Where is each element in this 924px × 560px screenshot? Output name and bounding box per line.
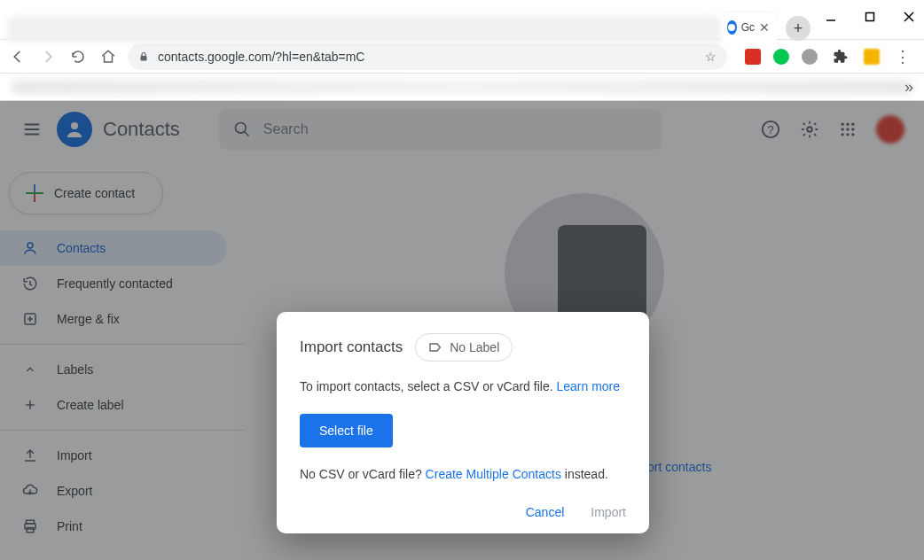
svg-rect-4: [141, 56, 147, 61]
active-tab[interactable]: Gc ✕: [720, 12, 777, 43]
home-button[interactable]: [98, 46, 119, 67]
cancel-button[interactable]: Cancel: [526, 505, 565, 519]
chip-text: No Label: [450, 340, 499, 354]
url-text: contacts.google.com/?hl=en&tab=mC: [158, 50, 364, 64]
alt-pre-text: No CSV or vCard file?: [300, 467, 426, 481]
extension-icon[interactable]: [773, 49, 789, 65]
dialog-body-text: To import contacts, select a CSV or vCar…: [300, 379, 556, 393]
forward-button[interactable]: [37, 46, 59, 67]
contacts-favicon-icon: [727, 20, 737, 35]
profile-icon[interactable]: [864, 49, 880, 65]
extension-icon[interactable]: [802, 49, 818, 65]
learn-more-link[interactable]: Learn more: [556, 379, 620, 393]
bookmark-star-icon[interactable]: ☆: [705, 50, 716, 64]
bookmarks-bar: »: [0, 74, 924, 101]
window-minimize-button[interactable]: [821, 7, 841, 27]
select-file-button[interactable]: Select file: [300, 414, 393, 447]
bookmarks-overflow-icon[interactable]: »: [904, 78, 913, 97]
window-maximize-button[interactable]: [860, 7, 880, 27]
dialog-body: To import contacts, select a CSV or vCar…: [300, 377, 626, 396]
dialog-alt-text: No CSV or vCard file? Create Multiple Co…: [300, 465, 626, 484]
back-button[interactable]: [7, 46, 28, 67]
alt-post-text: instead.: [561, 467, 608, 481]
tab-strip: Gc ✕ +: [0, 12, 818, 43]
label-outline-icon: [428, 340, 442, 354]
import-contacts-dialog: Import contacts No Label To import conta…: [277, 312, 649, 533]
import-button[interactable]: Import: [591, 505, 626, 519]
lock-icon: [138, 51, 149, 63]
create-multiple-contacts-link[interactable]: Create Multiple Contacts: [426, 467, 561, 481]
tab-close-icon[interactable]: ✕: [759, 20, 770, 35]
reload-button[interactable]: [67, 46, 89, 67]
extensions-puzzle-icon[interactable]: [830, 46, 851, 67]
no-label-chip[interactable]: No Label: [415, 333, 513, 362]
svg-rect-1: [866, 13, 874, 21]
browser-toolbar: contacts.google.com/?hl=en&tab=mC ☆ ⋮: [0, 39, 924, 74]
inactive-tabs-blur: [7, 16, 720, 43]
address-bar[interactable]: contacts.google.com/?hl=en&tab=mC ☆: [128, 43, 727, 70]
extension-icon[interactable]: [745, 49, 761, 65]
extensions-area: ⋮: [736, 46, 917, 67]
window-close-button[interactable]: [899, 7, 919, 27]
select-file-label: Select file: [319, 424, 373, 438]
browser-menu-button[interactable]: ⋮: [892, 46, 913, 67]
page-content: Contacts Search ? Create contact Contact…: [0, 101, 924, 560]
new-tab-button[interactable]: +: [786, 16, 810, 41]
bookmarks-blur: [11, 80, 913, 94]
dialog-title: Import contacts: [300, 338, 403, 356]
tab-title: Gc: [741, 21, 755, 34]
